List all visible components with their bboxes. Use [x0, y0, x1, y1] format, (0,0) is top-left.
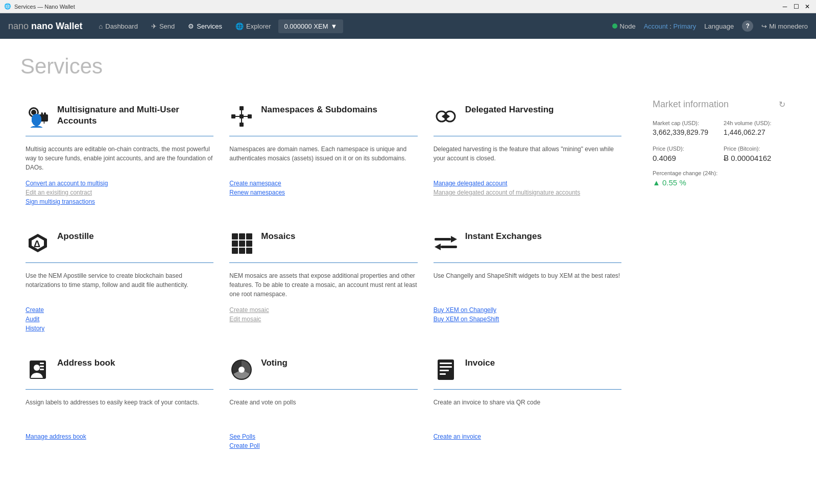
- svg-rect-10: [231, 114, 235, 118]
- nav-links: ⌂ Dashboard ✈ Send ⚙ Services 🌐 Explorer…: [92, 13, 612, 39]
- market-label-1: 24h volume (USD):: [724, 120, 785, 126]
- service-card-apostille: Δ Apostille Use the NEM Apostille servic…: [20, 221, 224, 347]
- service-header-invoice: Invoice: [434, 357, 621, 390]
- market-label-0: Market cap (USD):: [653, 120, 714, 126]
- market-title: Market information: [653, 99, 729, 110]
- namespaces-icon: [229, 104, 254, 129]
- service-header-apostille: Δ Apostille: [26, 231, 213, 263]
- minimize-button[interactable]: ─: [780, 2, 789, 11]
- account-info[interactable]: Account : Primary: [644, 22, 697, 30]
- namespaces-link-0[interactable]: Create namespace: [229, 180, 417, 187]
- service-title-mosaics: Mosaics: [261, 231, 295, 242]
- node-status: Node: [612, 22, 636, 30]
- market-label-2: Price (USD):: [653, 146, 714, 152]
- market-change-label: Percentage change (24h):: [653, 170, 785, 176]
- close-button[interactable]: ✕: [803, 2, 812, 11]
- app-icon: 🌐: [4, 3, 11, 10]
- nav-send[interactable]: ✈ Send: [145, 13, 181, 39]
- service-desc-voting: Create and vote on polls: [229, 398, 417, 426]
- service-card-invoice: Invoice Create an invoice to share via Q…: [428, 347, 632, 465]
- service-header-mosaics: Mosaics: [229, 231, 417, 263]
- language-button[interactable]: Language: [704, 22, 734, 30]
- apostille-link-1[interactable]: Audit: [26, 316, 213, 323]
- service-header-namespaces: Namespaces & Subdomains: [229, 104, 417, 136]
- service-title-harvesting: Delegated Harvesting: [465, 104, 554, 115]
- svg-text:Δ: Δ: [34, 239, 40, 249]
- svg-rect-27: [239, 241, 245, 247]
- explorer-icon: 🌐: [235, 22, 244, 30]
- svg-rect-26: [232, 241, 238, 247]
- svg-rect-24: [239, 233, 245, 239]
- svg-rect-45: [440, 366, 452, 368]
- nav-explorer[interactable]: 🌐 Explorer: [229, 13, 277, 39]
- service-desc-exchanges: Use Changelly and ShapeShift widgets to …: [434, 271, 621, 299]
- service-card-exchanges: Instant Exchanges Use Changelly and Shap…: [428, 221, 632, 347]
- market-refresh-button[interactable]: ↻: [779, 100, 785, 109]
- harvesting-icon: [434, 104, 458, 129]
- exchanges-link-0[interactable]: Buy XEM on Changelly: [434, 306, 621, 314]
- svg-point-37: [34, 365, 40, 371]
- help-button[interactable]: ?: [742, 20, 753, 32]
- maximize-button[interactable]: ☐: [791, 2, 801, 11]
- service-links-exchanges: Buy XEM on Changelly Buy XEM on ShapeShi…: [434, 306, 621, 323]
- service-links-harvesting: Manage delegated account Manage delegate…: [434, 180, 621, 196]
- service-title-voting: Voting: [261, 357, 287, 369]
- voting-link-0[interactable]: See Polls: [229, 433, 417, 440]
- market-value-1: 1,446,062.27: [724, 128, 785, 136]
- balance-button[interactable]: 0.000000 XEM ▼: [278, 19, 344, 33]
- window-controls: ─ ☐ ✕: [780, 2, 812, 11]
- multisig-link-2[interactable]: Sign multisig transactions: [26, 198, 213, 205]
- service-header-harvesting: Delegated Harvesting: [434, 104, 621, 136]
- namespaces-link-1[interactable]: Renew namespaces: [229, 189, 417, 196]
- market-item-1: 24h volume (USD): 1,446,062.27: [724, 120, 785, 136]
- monedero-button[interactable]: ↪ Mi monedero: [761, 22, 808, 30]
- voting-icon: [229, 357, 254, 382]
- invoice-icon: [434, 357, 458, 382]
- svg-rect-32: [435, 238, 451, 241]
- apostille-link-0[interactable]: Create: [26, 306, 213, 314]
- mosaics-icon: [229, 231, 254, 255]
- multisig-link-1: Edit an exisiting contract: [26, 189, 213, 196]
- harvesting-link-0[interactable]: Manage delegated account: [434, 180, 621, 187]
- addressbook-icon: [26, 357, 50, 382]
- node-dot: [612, 23, 617, 29]
- multisig-link-0[interactable]: Convert an account to multisig: [26, 180, 213, 187]
- svg-rect-44: [440, 363, 452, 364]
- titlebar: 🌐 Services — Nano Wallet ─ ☐ ✕: [0, 0, 816, 13]
- exchanges-link-1[interactable]: Buy XEM on ShapeShift: [434, 316, 621, 323]
- svg-rect-9: [239, 106, 244, 110]
- svg-point-42: [238, 367, 245, 373]
- service-links-addressbook: Manage address book: [26, 433, 213, 440]
- main-content: Services: [0, 39, 816, 480]
- svg-rect-47: [440, 373, 446, 375]
- service-desc-apostille: Use the NEM Apostille service to create …: [26, 271, 213, 299]
- brand: nano nano Wallet: [8, 21, 82, 32]
- market-item-2: Price (USD): 0.4069: [653, 146, 714, 163]
- voting-link-1[interactable]: Create Poll: [229, 442, 417, 449]
- service-desc-invoice: Create an invoice to share via QR code: [434, 398, 621, 426]
- addressbook-link-0[interactable]: Manage address book: [26, 433, 213, 440]
- market-value-2: 0.4069: [653, 154, 714, 162]
- nav-services[interactable]: ⚙ Services: [182, 13, 228, 39]
- svg-rect-31: [246, 248, 252, 254]
- service-header-addressbook: Address book: [26, 357, 213, 390]
- service-title-invoice: Invoice: [465, 357, 495, 369]
- invoice-link-0[interactable]: Create an invoice: [434, 433, 621, 440]
- nav-dashboard[interactable]: ⌂ Dashboard: [92, 13, 143, 39]
- market-value-3: Ƀ 0.00004162: [724, 154, 785, 163]
- service-title-addressbook: Address book: [57, 357, 115, 369]
- svg-marker-33: [451, 236, 457, 243]
- page-title: Services: [20, 54, 796, 79]
- service-card-addressbook: Address book Assign labels to addresses …: [20, 347, 224, 465]
- service-links-namespaces: Create namespace Renew namespaces: [229, 180, 417, 196]
- dropdown-icon: ▼: [331, 22, 338, 30]
- service-card-multisig: 👤 + Multisignature and Multi-User Accoun…: [20, 94, 224, 221]
- svg-rect-38: [40, 363, 44, 364]
- service-card-namespaces: Namespaces & Subdomains Namespaces are d…: [224, 94, 428, 221]
- svg-rect-25: [246, 233, 252, 239]
- service-links-invoice: Create an invoice: [434, 433, 621, 440]
- service-desc-multisig: Multisig accounts are editable on-chain …: [26, 145, 213, 173]
- apostille-link-2[interactable]: History: [26, 325, 213, 332]
- service-title-multisig: Multisignature and Multi-User Accounts: [57, 104, 213, 127]
- dashboard-icon: ⌂: [99, 22, 103, 30]
